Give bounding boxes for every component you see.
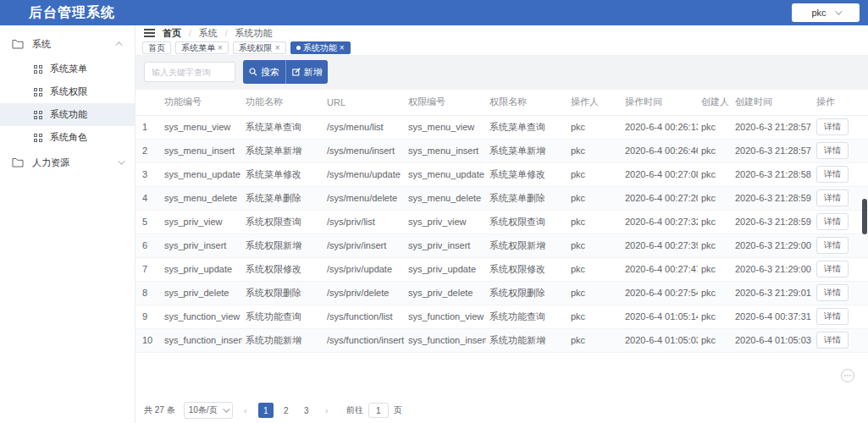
col-operator: 操作人 [567,90,622,115]
detail-button[interactable]: 详情 [816,332,849,349]
detail-button[interactable]: 详情 [816,308,849,325]
detail-button[interactable]: 详情 [816,190,849,206]
cell-function-id: sys_menu_delete [161,186,242,210]
cell-function-name: 系统菜单修改 [242,162,323,186]
cell-priv-id: sys_priv_update [405,257,486,281]
add-button[interactable]: 新增 [285,60,328,84]
cell-priv-name: 系统菜单查询 [486,115,567,139]
tag-label: 系统权限 [239,42,273,54]
tag-home[interactable]: 首页 [142,41,171,54]
close-icon[interactable]: × [340,44,345,52]
cell-operator: pkc [567,281,622,305]
cell-url: /sys/menu/update [323,162,405,186]
detail-button[interactable]: 详情 [816,261,849,277]
cell-operator: pkc [567,328,622,352]
grid-icon [34,88,42,96]
cell-priv-name: 系统功能新增 [486,328,567,352]
page-size-select[interactable]: 10条/页 [184,402,233,419]
cell-creator: pkc [698,281,732,305]
cell-creator: pkc [698,328,732,352]
cell-priv-name: 系统权限修改 [486,257,567,281]
grid-icon [34,65,42,74]
cell-creator: pkc [698,210,732,233]
cell-function-id: sys_priv_update [161,257,242,281]
sidebar-group-system[interactable]: 系统 [0,30,135,58]
detail-button[interactable]: 详情 [816,166,849,183]
sidebar-group-hr[interactable]: 人力资源 [0,149,135,176]
cell-index: 8 [135,281,161,305]
chat-bubble-icon[interactable] [841,369,854,382]
detail-button[interactable]: 详情 [816,118,849,135]
detail-button[interactable]: 详情 [816,284,849,301]
close-icon[interactable]: × [218,44,223,52]
page-number-2[interactable]: 2 [279,403,294,418]
cell-url: /sys/menu/delete [323,186,405,210]
cell-index: 5 [135,210,161,233]
cell-actions: 详情 [813,139,868,162]
active-dot-icon [296,46,301,50]
function-table-wrap: 功能编号 功能名称 URL 权限编号 权限名称 操作人 操作时间 创建人 创建时… [135,90,868,401]
detail-button[interactable]: 详情 [816,237,849,254]
breadcrumb-home[interactable]: 首页 [163,27,181,40]
breadcrumb-separator: / [189,29,191,38]
user-dropdown[interactable]: pkc [792,3,860,22]
cell-url: /sys/function/insert [323,328,405,352]
tag-system-menu[interactable]: 系统菜单 × [175,41,229,54]
hamburger-icon[interactable] [144,29,155,37]
detail-button[interactable]: 详情 [816,142,849,159]
cell-op-time: 2020-6-4 00:26:13 [622,115,698,139]
cell-function-name: 系统权限新增 [242,233,323,257]
tag-system-function[interactable]: 系统功能 × [290,41,351,54]
cell-function-id: sys_function_insert [161,328,242,352]
table-row: 3sys_menu_update系统菜单修改/sys/menu/updatesy… [135,162,868,186]
cell-op-time: 2020-6-4 00:27:47 [622,257,698,281]
col-create-time: 创建时间 [732,90,813,115]
page-number-1[interactable]: 1 [258,403,274,418]
cell-priv-id: sys_priv_insert [405,233,486,257]
cell-creator: pkc [698,257,732,281]
search-input[interactable] [144,62,235,82]
cell-actions: 详情 [813,328,868,352]
col-priv-id: 权限编号 [405,90,486,115]
close-icon[interactable]: × [275,44,280,52]
page-number-3[interactable]: 3 [299,403,314,418]
goto-page-input[interactable] [368,403,389,418]
col-priv-name: 权限名称 [486,90,567,115]
cell-priv-id: sys_menu_insert [405,139,486,162]
sidebar-item-system-priv[interactable]: 系统权限 [0,80,135,103]
cell-index: 4 [135,186,161,210]
sidebar-item-system-function[interactable]: 系统功能 [0,103,135,126]
tag-system-priv[interactable]: 系统权限 × [233,41,286,54]
cell-actions: 详情 [813,233,868,257]
table-row: 2sys_menu_insert系统菜单新增/sys/menu/insertsy… [135,139,868,162]
cell-create-time: 2020-6-3 21:28:57 [732,139,813,162]
cell-function-id: sys_priv_delete [161,281,242,305]
table-row: 10sys_function_insert系统功能新增/sys/function… [135,328,868,352]
app-title: 后台管理系统 [29,4,115,22]
cell-index: 3 [135,162,161,186]
cell-create-time: 2020-6-3 21:29:00 [732,257,813,281]
cell-priv-name: 系统权限查询 [486,210,567,233]
cell-url: /sys/priv/delete [323,281,405,305]
col-function-id: 功能编号 [161,90,242,115]
table-row: 8sys_priv_delete系统权限删除/sys/priv/deletesy… [135,281,868,305]
goto-suffix: 页 [394,404,402,416]
cell-priv-name: 系统菜单新增 [486,139,567,162]
sidebar-item-system-role[interactable]: 系统角色 [0,126,135,149]
cell-operator: pkc [567,305,622,328]
breadcrumb-system[interactable]: 系统 [199,27,218,40]
scrollbar-thumb[interactable] [862,199,867,234]
cell-op-time: 2020-6-4 00:27:54 [622,281,698,305]
cell-op-time: 2020-6-4 01:05:14 [622,305,698,328]
search-button[interactable]: 搜索 [243,60,285,84]
cell-create-time: 2020-6-3 21:29:00 [732,233,813,257]
sidebar-group-label: 系统 [32,38,51,51]
cell-function-name: 系统权限删除 [242,281,323,305]
next-page-button[interactable]: › [319,403,334,418]
prev-page-button[interactable]: ‹ [238,403,253,418]
function-table: 功能编号 功能名称 URL 权限编号 权限名称 操作人 操作时间 创建人 创建时… [135,90,868,353]
detail-button[interactable]: 详情 [816,213,849,230]
sidebar-item-system-menu[interactable]: 系统菜单 [0,58,135,80]
cell-url: /sys/function/list [323,305,405,328]
cell-priv-name: 系统权限删除 [486,281,567,305]
